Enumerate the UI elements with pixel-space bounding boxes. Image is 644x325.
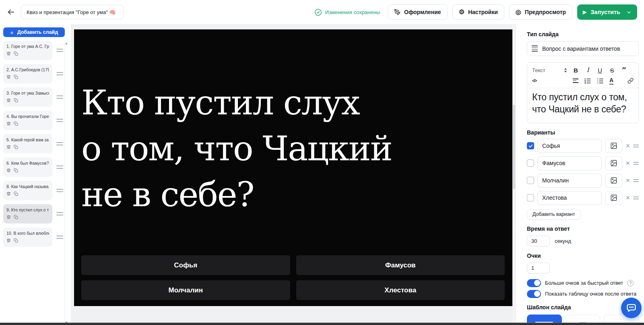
answer-option-1[interactable]: Софья [81,255,290,275]
option-image-button-2[interactable] [605,156,622,170]
answer-option-4[interactable]: Хлестова [296,280,505,300]
align-button[interactable] [573,78,578,84]
ordered-list-button[interactable] [584,78,591,84]
add-option-button[interactable]: Добавить вариант [527,209,581,219]
trash-icon[interactable] [6,51,11,56]
slide-drag-handle[interactable] [56,211,64,217]
slide-drag-handle[interactable] [56,234,64,240]
duplicate-icon[interactable] [14,51,18,56]
slide-card-10[interactable]: 10. В кого был влюблё… [3,228,52,247]
chevron-down-icon[interactable] [626,10,632,15]
duplicate-icon[interactable] [14,191,18,196]
option-input-2[interactable] [537,156,602,170]
option-image-button-3[interactable] [605,174,622,188]
scroll-up-icon[interactable] [65,43,68,44]
fast-answer-toggle[interactable] [527,279,541,287]
slide-type-select[interactable]: Вопрос с вариантами ответов [527,41,639,56]
option-drag-handle-2[interactable] [633,162,639,165]
settings-button[interactable]: ⚙ Настройки [452,4,504,20]
correct-answer-checkbox-2[interactable] [527,159,534,167]
trash-icon[interactable] [6,75,11,79]
slide-card-8[interactable]: 8. Как Чацкий называ… [3,181,52,200]
slide-card-2[interactable]: 2. А.С.Грибоедов (1795… [3,64,52,83]
option-input-1[interactable] [537,139,602,153]
strikethrough-button[interactable]: S [609,67,615,73]
presentation-title-input[interactable]: Квиз и презентация "Горе от ума" 🧠 [21,5,124,19]
text-style-dropdown[interactable]: Текст [532,67,567,73]
slide-card-actions [6,191,49,196]
slide-drag-handle[interactable] [56,164,64,170]
italic-button[interactable]: I [585,67,591,73]
trash-icon[interactable] [6,215,11,219]
slide-drag-handle[interactable] [56,94,64,100]
duplicate-icon[interactable] [14,215,18,219]
slide-preview[interactable]: Кто пустил слух о том, что Чацкий не в с… [74,29,513,306]
slide-card-1[interactable]: 1. Горе от ума А.С. Гри… [3,41,52,60]
duplicate-icon[interactable] [14,238,18,243]
option-drag-handle-1[interactable] [633,145,639,147]
slide-card-9-selected[interactable]: 9. Кто пустил слух о т… [3,204,52,224]
option-drag-handle-4[interactable] [633,197,639,199]
slide-card-5[interactable]: 5. Какой герой вам за… [3,134,52,153]
trash-icon[interactable] [6,238,11,243]
chat-button[interactable] [621,298,642,318]
option-drag-handle-3[interactable] [633,179,639,182]
duplicate-icon[interactable] [14,145,18,149]
canvas-scrollbar[interactable] [512,24,516,325]
sidebar-scrollbar[interactable] [64,41,68,325]
slide-card-4[interactable]: 4. Вы прочитали Горе … [3,111,52,130]
trash-icon[interactable] [6,98,11,103]
option-image-button-1[interactable] [605,139,622,153]
design-button[interactable]: Оформление [388,4,448,20]
plus-icon: + [10,29,14,35]
answer-option-2[interactable]: Фамусов [296,255,505,275]
option-input-4[interactable] [537,191,602,205]
option-image-button-4[interactable] [605,191,622,205]
remove-option-icon-3[interactable]: × [625,177,630,184]
trash-icon[interactable] [6,168,11,173]
trash-icon[interactable] [6,145,11,149]
add-slide-button[interactable]: + Добавить слайд [3,27,65,37]
slide-drag-handle[interactable] [56,71,64,77]
slide-drag-handle[interactable] [56,188,64,193]
check-icon [528,144,533,148]
duplicate-icon[interactable] [14,98,18,103]
blockquote-button[interactable]: ” [621,66,627,74]
slide-drag-handle[interactable] [56,118,64,123]
duplicate-icon[interactable] [14,121,18,126]
bullet-list-button[interactable] [597,78,603,84]
slide-card-6[interactable]: 6. Кем был Фамусов? [3,157,52,177]
canvas-scrollbar-thumb[interactable] [513,105,515,189]
remove-option-icon-1[interactable]: × [625,142,630,149]
bold-button[interactable]: B [573,67,579,73]
option-input-3[interactable] [537,174,602,188]
question-line-1: Кто пустил слух [81,80,505,126]
trash-icon[interactable] [6,121,11,126]
time-input[interactable] [527,236,550,246]
correct-answer-checkbox-1[interactable] [527,142,534,149]
launch-button[interactable]: ▶ Запустить [577,4,637,20]
text-color-button[interactable]: A [609,77,613,85]
correct-answer-checkbox-3[interactable] [527,177,534,184]
slide-canvas-area: Кто пустил слух о том, что Чацкий не в с… [71,24,516,325]
code-button[interactable]: </> [532,79,567,83]
link-button[interactable] [627,78,634,84]
slide-drag-handle[interactable] [56,48,64,53]
slide-card-title: 2. А.С.Грибоедов (1795… [6,67,49,72]
remove-option-icon-4[interactable]: × [625,194,630,201]
points-input[interactable] [527,263,550,273]
back-button[interactable] [6,7,16,17]
underline-button[interactable]: U [597,67,603,73]
duplicate-icon[interactable] [14,75,18,79]
slide-card-3[interactable]: 3. Горе от ума Замысе… [3,87,52,107]
scoreboard-toggle[interactable] [527,290,541,298]
answer-option-3[interactable]: Молчалин [81,280,290,300]
question-text-input[interactable]: Кто пустил слух о том, что Чацкий не в с… [527,88,638,123]
help-icon[interactable]: ? [627,280,634,286]
correct-answer-checkbox-4[interactable] [527,194,534,201]
trash-icon[interactable] [6,191,11,196]
remove-option-icon-2[interactable]: × [625,159,630,167]
duplicate-icon[interactable] [14,168,18,173]
slide-drag-handle[interactable] [56,141,64,147]
preview-button[interactable]: ◎ Предпросмотр [509,4,572,20]
